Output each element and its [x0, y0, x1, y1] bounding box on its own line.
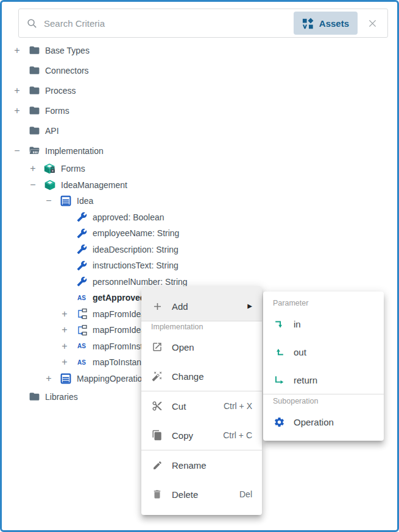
package-icon	[44, 179, 56, 191]
tree-item-base-types[interactable]: +Base Types	[2, 40, 397, 60]
folder-icon	[28, 391, 40, 403]
context-menu-item-label: Delete	[172, 489, 198, 500]
attribute-wrench-icon	[76, 227, 88, 239]
tree-item-label: personnelNumber: String	[93, 277, 188, 287]
context-menu-item-label: Add	[172, 301, 188, 312]
action-script-icon: AS	[76, 356, 88, 368]
class-icon	[60, 373, 72, 385]
tree-item-label: API	[45, 126, 59, 136]
tree-item-label: Forms	[45, 106, 69, 116]
tree-item-label: Idea	[77, 196, 93, 206]
arrow-out-icon	[273, 346, 285, 358]
context-menu-item-label: Cut	[172, 401, 186, 411]
submenu-section-suboperation: Suboperation	[263, 394, 384, 408]
submenu-item-label: return	[294, 375, 317, 385]
context-menu-item-label: Copy	[172, 430, 193, 441]
context-menu-item-label: Rename	[172, 460, 207, 471]
assets-filter-button[interactable]: Assets	[294, 12, 358, 35]
context-menu-item-label: Change	[172, 371, 204, 382]
class-icon	[60, 195, 72, 207]
expand-icon[interactable]: +	[59, 341, 70, 351]
folder-icon	[28, 65, 40, 77]
tree-item-implementation[interactable]: −Implementation	[2, 141, 397, 161]
context-menu-item-add[interactable]: Add▶	[141, 286, 262, 321]
tree-item-forms[interactable]: +Forms	[2, 161, 397, 177]
attribute-wrench-icon	[76, 211, 88, 223]
submenu-item-operation[interactable]: Operation	[263, 408, 384, 436]
expand-icon[interactable]: +	[27, 164, 38, 173]
expand-icon[interactable]: +	[43, 374, 54, 383]
collapse-icon[interactable]: −	[43, 196, 54, 206]
attribute-wrench-icon	[76, 259, 88, 271]
context-menu-item-delete[interactable]: DeleteDel	[141, 480, 262, 509]
action-script-icon: AS	[76, 340, 88, 352]
context-menu-item-cut[interactable]: CutCtrl + X	[141, 391, 262, 421]
tree-item-label: instructionsText: String	[93, 261, 178, 270]
context-menu-item-label: Open	[172, 342, 194, 352]
expand-icon[interactable]: +	[12, 46, 23, 55]
tree-item-label: Base Types	[45, 46, 90, 55]
tree-item-connectors[interactable]: Connectors	[2, 60, 397, 80]
submenu-section-parameter: Parameter	[263, 296, 384, 310]
tree-item-label: getApproved	[93, 293, 145, 303]
context-menu-item-open[interactable]: Open	[141, 332, 262, 362]
submenu-item-label: out	[294, 347, 306, 357]
open-in-new-icon	[151, 341, 163, 353]
close-icon[interactable]	[367, 18, 378, 29]
trash-icon	[151, 488, 163, 500]
arrow-in-icon	[273, 318, 285, 330]
context-menu: Add▶ImplementationOpenChangeCutCtrl + XC…	[141, 286, 262, 515]
assets-grid-icon	[302, 18, 314, 29]
collapse-icon[interactable]: −	[27, 180, 38, 190]
tree-item-forms[interactable]: +Forms	[2, 100, 397, 121]
search-icon	[26, 18, 38, 29]
mapping-diagram-icon	[76, 308, 88, 320]
search-input[interactable]	[43, 18, 294, 29]
tree-item-idea[interactable]: −Idea	[2, 193, 397, 209]
add-submenu: ParameterinoutreturnSuboperationOperatio…	[263, 292, 384, 441]
expand-icon[interactable]: +	[12, 106, 23, 116]
context-menu-section-implementation: Implementation	[141, 321, 262, 332]
tree-item-api[interactable]: API	[2, 121, 397, 141]
context-menu-item-rename[interactable]: Rename	[141, 450, 262, 480]
expand-icon[interactable]: +	[12, 86, 23, 96]
tree-item-label: Libraries	[45, 392, 78, 402]
tree-item-label: Implementation	[45, 146, 104, 156]
submenu-arrow-icon: ▶	[247, 303, 252, 309]
context-menu-item-change[interactable]: Change	[141, 362, 262, 391]
submenu-item-return[interactable]: return	[263, 366, 384, 394]
expand-icon[interactable]: +	[59, 309, 70, 319]
submenu-item-out[interactable]: out	[263, 338, 384, 366]
submenu-item-in[interactable]: in	[263, 310, 384, 338]
locked-package-icon	[44, 163, 56, 175]
folder-icon	[28, 85, 40, 97]
tree-item-label: employeeName: String	[93, 228, 179, 238]
folder-icon	[28, 44, 40, 57]
open-folder-icon	[28, 145, 40, 157]
folder-icon	[28, 125, 40, 137]
pencil-icon	[151, 459, 163, 471]
context-menu-item-copy[interactable]: CopyCtrl + C	[141, 421, 262, 450]
shortcut-label: Del	[239, 489, 252, 499]
tree-item-instructionstext-string[interactable]: instructionsText: String	[2, 257, 397, 274]
tree-item-label: ideaDescription: String	[93, 245, 178, 254]
tree-item-ideadescription-string[interactable]: ideaDescription: String	[2, 242, 397, 258]
expand-icon[interactable]: +	[59, 325, 70, 335]
scissors-icon	[151, 400, 163, 412]
tree-item-ideamanagement[interactable]: −IdeaManagement	[2, 177, 397, 194]
tree-item-employeename-string[interactable]: employeeName: String	[2, 225, 397, 242]
arrow-return-icon	[273, 374, 285, 386]
submenu-item-label: Operation	[294, 417, 334, 427]
tree-item-label: MappingOperation	[77, 374, 147, 383]
copy-icon	[151, 429, 163, 441]
tree-item-process[interactable]: +Process	[2, 80, 397, 100]
attribute-wrench-icon	[76, 243, 88, 256]
folder-icon	[28, 105, 40, 117]
tree-item-approved-boolean[interactable]: approved: Boolean	[2, 209, 397, 226]
assets-button-label: Assets	[319, 18, 349, 29]
tree-item-label: mapFromIdeaI	[93, 325, 148, 335]
expand-icon[interactable]: +	[59, 357, 70, 367]
collapse-icon[interactable]: −	[12, 146, 23, 156]
tree-item-label: approved: Boolean	[93, 212, 164, 222]
search-bar: Assets	[18, 9, 388, 38]
